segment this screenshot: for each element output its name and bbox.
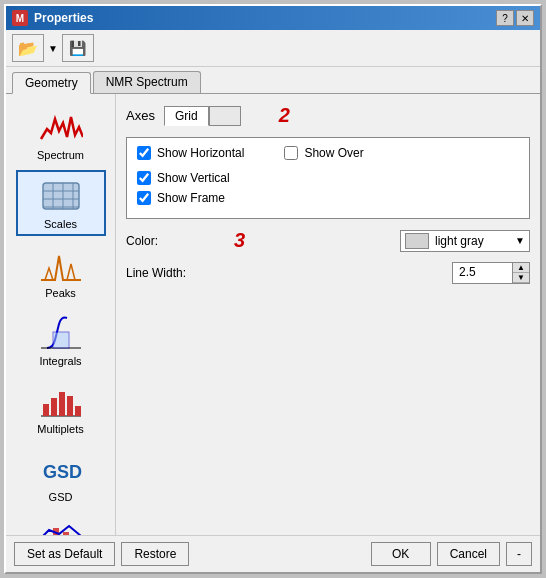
title-buttons: ? ✕ (496, 10, 534, 26)
show-over-checkbox[interactable] (284, 146, 298, 160)
spinbox-controls: ▲ ▼ (513, 263, 529, 283)
set-as-default-button[interactable]: Set as Default (14, 542, 115, 566)
options-box: Show Horizontal Show Over Show Vertical … (126, 137, 530, 219)
sidebar-item-scales[interactable]: Scales (16, 170, 106, 236)
scales-label: Scales (44, 218, 77, 230)
title-bar: M Properties ? ✕ (6, 6, 540, 30)
svg-rect-12 (59, 392, 65, 416)
sidebar: Spectrum Scales (6, 94, 116, 535)
show-over-label: Show Over (304, 146, 363, 160)
tab-geometry[interactable]: Geometry (12, 72, 91, 94)
svg-rect-8 (53, 332, 69, 348)
spin-down-button[interactable]: ▼ (513, 273, 529, 283)
folder-button[interactable]: 📂 (12, 34, 44, 62)
restore-button[interactable]: Restore (121, 542, 189, 566)
cancel-button[interactable]: Cancel (437, 542, 500, 566)
main-tabs: Geometry NMR Spectrum (6, 67, 540, 93)
color-row: Color: 3 light gray ▼ (126, 229, 530, 252)
save-icon: 💾 (69, 40, 86, 56)
svg-rect-13 (67, 396, 73, 416)
folder-icon: 📂 (18, 39, 38, 58)
spin-up-button[interactable]: ▲ (513, 263, 529, 273)
title-bar-left: M Properties (12, 10, 93, 26)
subtab-grid[interactable]: Grid (164, 106, 209, 126)
show-horizontal-label: Show Horizontal (157, 146, 244, 160)
sidebar-item-gsd[interactable]: GSD GSD (16, 444, 106, 508)
properties-window: M Properties ? ✕ 📂 ▼ 💾 Geometry NMR Spec… (4, 4, 542, 574)
ok-button[interactable]: OK (371, 542, 431, 566)
fitting-icon (37, 517, 85, 535)
show-frame-checkbox[interactable] (137, 191, 151, 205)
svg-rect-14 (75, 406, 81, 416)
color-swatch (405, 233, 429, 249)
subtab-extra[interactable] (209, 106, 241, 126)
footer: Set as Default Restore OK Cancel - (6, 535, 540, 572)
close-button[interactable]: ✕ (516, 10, 534, 26)
folder-dropdown-arrow[interactable]: ▼ (48, 43, 58, 54)
app-icon: M (12, 10, 28, 26)
svg-rect-0 (43, 183, 79, 209)
color-dropdown-arrow: ▼ (515, 235, 525, 246)
show-vertical-label: Show Vertical (157, 171, 230, 185)
peaks-icon (37, 245, 85, 285)
line-width-spinbox[interactable]: 2.5 ▲ ▼ (452, 262, 530, 284)
badge-2: 2 (279, 104, 290, 127)
gsd-icon: GSD (37, 449, 85, 489)
save-button[interactable]: 💾 (62, 34, 94, 62)
sidebar-item-integrals[interactable]: Integrals (16, 308, 106, 372)
main-panel: 1 Axes Grid 2 (116, 94, 540, 535)
help-button[interactable]: ? (496, 10, 514, 26)
peaks-label: Peaks (45, 287, 76, 299)
multiplets-label: Multiplets (37, 423, 83, 435)
line-width-label: Line Width: (126, 266, 206, 280)
svg-rect-10 (43, 404, 49, 416)
axes-label: Axes (126, 108, 156, 123)
show-horizontal-row: Show Horizontal (137, 146, 244, 160)
sidebar-item-spectrum[interactable]: Spectrum (16, 102, 106, 166)
dash-button[interactable]: - (506, 542, 532, 566)
svg-text:GSD: GSD (43, 462, 82, 482)
show-vertical-checkbox[interactable] (137, 171, 151, 185)
content-area: Spectrum Scales (6, 93, 540, 535)
subtabs: Grid (164, 106, 241, 126)
window-title: Properties (34, 11, 93, 25)
sidebar-item-multiplets[interactable]: Multiplets (16, 376, 106, 440)
svg-rect-11 (51, 398, 57, 416)
line-width-row: Line Width: 2.5 ▲ ▼ (126, 262, 530, 284)
spectrum-icon (37, 107, 85, 147)
show-vertical-row: Show Vertical (137, 171, 519, 185)
line-width-value: 2.5 (453, 263, 513, 283)
integrals-label: Integrals (39, 355, 81, 367)
toolbar: 📂 ▼ 💾 (6, 30, 540, 67)
show-over-row: Show Over (284, 146, 363, 160)
multiplets-icon (37, 381, 85, 421)
sidebar-item-fitting[interactable]: Fitting (16, 512, 106, 535)
scales-icon (37, 176, 85, 216)
show-horizontal-checkbox[interactable] (137, 146, 151, 160)
axes-row: Axes Grid 2 (126, 104, 530, 127)
tab-nmr-spectrum[interactable]: NMR Spectrum (93, 71, 201, 93)
integrals-icon (37, 313, 85, 353)
show-frame-row: Show Frame (137, 191, 519, 205)
show-frame-label: Show Frame (157, 191, 225, 205)
color-selector[interactable]: light gray ▼ (400, 230, 530, 252)
spectrum-label: Spectrum (37, 149, 84, 161)
gsd-label: GSD (49, 491, 73, 503)
color-value: light gray (435, 234, 509, 248)
sidebar-item-peaks[interactable]: Peaks (16, 240, 106, 304)
color-label: Color: (126, 234, 206, 248)
badge-3: 3 (234, 229, 245, 252)
